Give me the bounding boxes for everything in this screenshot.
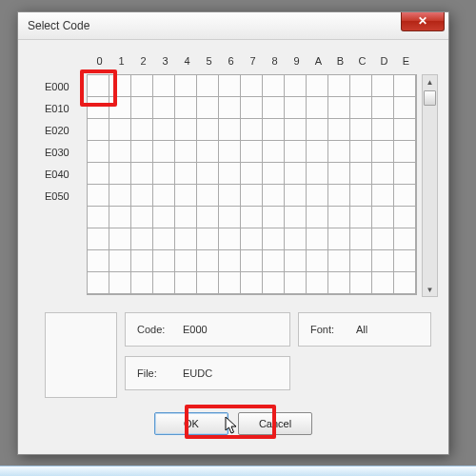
row-label: E020	[45, 120, 83, 142]
col-header: A	[307, 55, 329, 67]
cancel-button[interactable]: Cancel	[238, 412, 312, 435]
close-icon: ✕	[418, 15, 427, 27]
row-label: E010	[45, 98, 83, 120]
scroll-up-arrow-icon[interactable]: ▲	[423, 75, 437, 89]
row-label: E030	[45, 142, 83, 164]
character-preview	[45, 312, 117, 398]
close-button[interactable]: ✕	[401, 12, 445, 31]
col-header: 1	[110, 55, 132, 67]
col-header: 6	[220, 55, 242, 67]
col-header: 4	[176, 55, 198, 67]
grid-scrollbar[interactable]: ▲ ▼	[422, 74, 438, 297]
col-header: B	[329, 55, 351, 67]
col-header: 7	[242, 55, 264, 67]
cancel-label: Cancel	[259, 418, 291, 429]
file-label: File:	[137, 367, 169, 379]
taskbar[interactable]	[0, 466, 476, 476]
col-header: 9	[286, 55, 307, 67]
font-panel: Font: All	[298, 312, 431, 347]
grid-column-headers: 0 1 2 3 4 5 6 7 8 9 A B C D E	[89, 55, 417, 67]
select-code-dialog: Select Code ✕ 0 1 2 3 4 5 6 7 8 9 A B C …	[17, 11, 449, 455]
col-header: 0	[89, 55, 110, 67]
row-label: E040	[45, 164, 83, 186]
file-panel: File: EUDC	[125, 356, 290, 390]
row-label: E050	[45, 186, 83, 208]
col-header: 8	[264, 55, 286, 67]
code-value: E000	[183, 324, 208, 335]
titlebar[interactable]: Select Code ✕	[18, 12, 448, 40]
ok-label: OK	[184, 418, 199, 429]
grid-row-labels: E000 E010 E020 E030 E040 E050	[45, 76, 83, 208]
code-label: Code:	[137, 324, 169, 335]
ok-button[interactable]: OK	[154, 412, 228, 435]
col-header: D	[373, 55, 395, 67]
font-value: All	[356, 324, 367, 335]
dialog-title: Select Code	[28, 19, 89, 32]
row-label: E000	[45, 76, 83, 98]
font-label: Font:	[310, 324, 343, 335]
file-value: EUDC	[183, 367, 212, 379]
dialog-buttons: OK Cancel	[18, 412, 448, 435]
dialog-content: 0 1 2 3 4 5 6 7 8 9 A B C D E E000 E010 …	[18, 40, 448, 454]
scroll-down-arrow-icon[interactable]: ▼	[423, 283, 437, 296]
info-panels: Code: E000 Font: All File: EUDC	[125, 312, 435, 390]
scroll-thumb[interactable]	[424, 90, 436, 106]
col-header: 5	[198, 55, 220, 67]
code-panel: Code: E000	[125, 312, 290, 347]
col-header: 3	[154, 55, 176, 67]
col-header: E	[395, 55, 417, 67]
col-header: 2	[132, 55, 154, 67]
col-header: C	[351, 55, 373, 67]
character-grid[interactable]	[87, 74, 417, 295]
